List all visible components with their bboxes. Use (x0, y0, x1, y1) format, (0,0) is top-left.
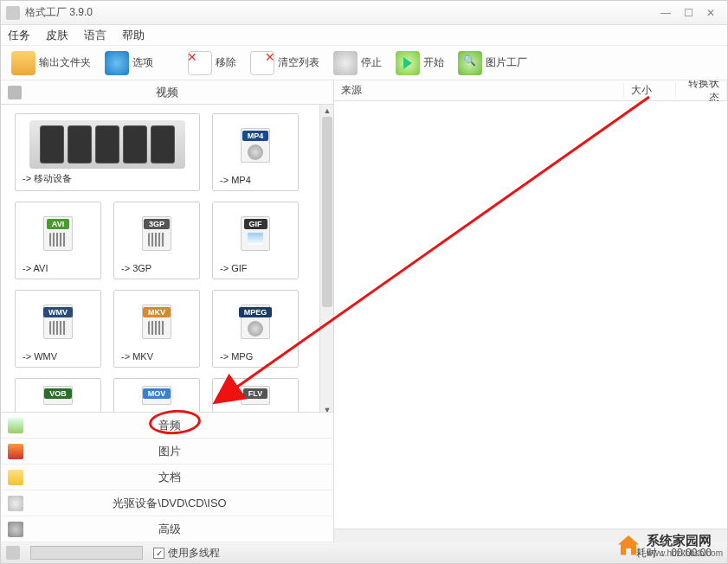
left-panel: 视频 -> 移动设备 MP4 -> MP4 AVI -> AVI (1, 80, 334, 542)
video-header-icon (8, 86, 22, 99)
format-grid: -> 移动设备 MP4 -> MP4 AVI -> AVI 3GP -> 3GP (1, 105, 333, 412)
status-progress (30, 546, 143, 560)
left-scrollbar[interactable]: ▲ ▼ (319, 105, 333, 412)
menu-task[interactable]: 任务 (8, 28, 30, 43)
titlebar: 格式工厂 3.9.0 — ☐ ✕ (1, 1, 727, 25)
category-document[interactable]: 文档 (1, 465, 333, 490)
dvd-icon (8, 496, 23, 511)
scroll-up-icon[interactable]: ▲ (320, 105, 333, 117)
document-icon (8, 470, 23, 485)
menu-skin[interactable]: 皮肤 (46, 28, 68, 43)
options-button[interactable]: 选项 (100, 49, 158, 77)
devices-icon (29, 120, 185, 169)
card-mov[interactable]: MOV (113, 378, 200, 412)
start-button[interactable]: 开始 (390, 49, 449, 77)
category-advanced[interactable]: 高级 (1, 516, 333, 542)
card-mkv[interactable]: MKV -> MKV (113, 290, 200, 368)
card-flv[interactable]: FLV (212, 378, 299, 412)
category-picture[interactable]: 图片 (1, 439, 333, 465)
maximize-button[interactable]: ☐ (677, 4, 699, 22)
watermark-logo-icon (615, 533, 641, 559)
card-mpg[interactable]: MPEG -> MPG (212, 290, 299, 368)
card-vob[interactable]: VOB (15, 378, 101, 412)
card-gif[interactable]: GIF -> GIF (212, 202, 299, 279)
clear-button[interactable]: 清空列表 (245, 49, 325, 77)
category-audio[interactable]: 音频 (1, 413, 333, 439)
video-category-header[interactable]: 视频 (1, 80, 333, 105)
remove-icon (188, 51, 212, 75)
close-button[interactable]: ✕ (699, 4, 722, 22)
col-source[interactable]: 来源 (334, 83, 624, 98)
column-headers: 来源 大小 转换状态 (334, 80, 727, 101)
picture-icon (8, 444, 23, 459)
menu-lang[interactable]: 语言 (84, 28, 106, 43)
multithread-checkbox[interactable]: ✓使用多线程 (153, 546, 220, 561)
card-mp4[interactable]: MP4 -> MP4 (212, 113, 299, 191)
category-dvd[interactable]: 光驱设备\DVD\CD\ISO (1, 490, 333, 516)
stop-button[interactable]: 停止 (328, 49, 387, 77)
card-3gp[interactable]: 3GP -> 3GP (113, 202, 200, 279)
remove-button[interactable]: 移除 (183, 49, 242, 77)
watermark: 系统家园网www.hnzkhbsb.com (615, 533, 723, 559)
card-mobile[interactable]: -> 移动设备 (15, 113, 200, 191)
output-folder-button[interactable]: 输出文件夹 (6, 49, 96, 77)
play-icon (396, 51, 420, 75)
advanced-icon (8, 522, 23, 537)
minimize-button[interactable]: — (654, 4, 677, 22)
app-icon (6, 6, 20, 20)
file-list (334, 101, 727, 542)
col-size[interactable]: 大小 (624, 83, 676, 98)
stop-icon (333, 51, 358, 75)
card-avi[interactable]: AVI -> AVI (15, 202, 101, 279)
menubar: 任务 皮肤 语言 帮助 (1, 25, 727, 46)
scroll-down-icon[interactable]: ▼ (320, 404, 333, 412)
pic-factory-icon (458, 51, 482, 75)
pic-factory-button[interactable]: 图片工厂 (453, 49, 532, 77)
toolbar: 输出文件夹 选项 移除 清空列表 停止 开始 图片工厂 (1, 46, 727, 80)
folder-icon (11, 51, 35, 75)
audio-icon (8, 418, 23, 433)
scroll-thumb[interactable] (322, 117, 332, 307)
clear-icon (250, 51, 274, 75)
menu-help[interactable]: 帮助 (122, 28, 145, 43)
options-icon (105, 51, 129, 75)
window-title: 格式工厂 3.9.0 (25, 5, 654, 20)
right-panel: 来源 大小 转换状态 (334, 80, 727, 542)
card-wmv[interactable]: WMV -> WMV (15, 290, 101, 368)
status-icon-1[interactable] (6, 546, 20, 560)
